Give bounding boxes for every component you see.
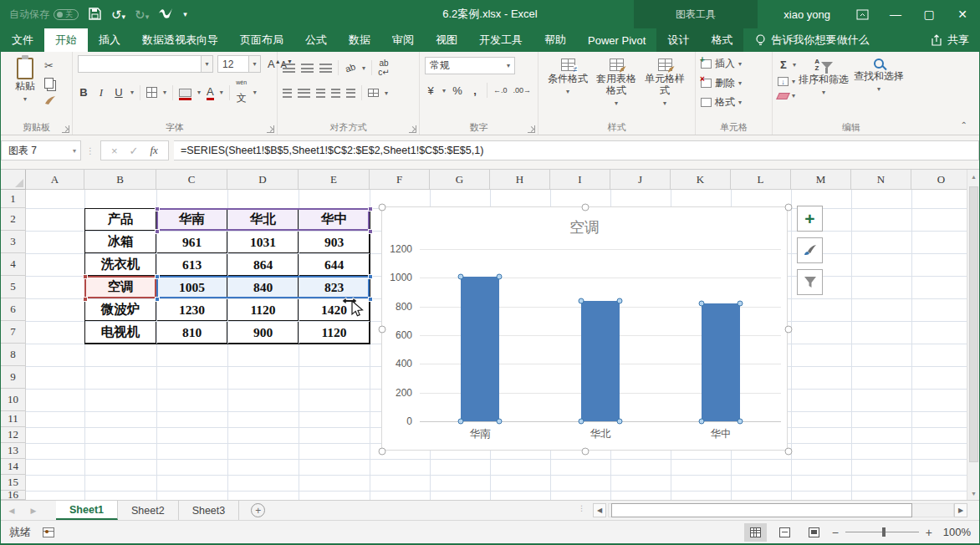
scroll-up-icon[interactable]: ▲ xyxy=(967,170,980,183)
vertical-scrollbar[interactable]: ▲ ▼ xyxy=(967,170,979,500)
chart-selection-handle[interactable] xyxy=(379,326,386,334)
menu-tab-帮助[interactable]: 帮助 xyxy=(533,28,577,52)
table-cell[interactable]: 1031 xyxy=(228,232,299,253)
table-cell[interactable]: 电视机 xyxy=(85,322,156,344)
chart-selection-handle[interactable] xyxy=(785,326,793,334)
column-header-G[interactable]: G xyxy=(430,170,490,190)
chart-selection-handle[interactable] xyxy=(379,448,386,456)
sheet-nav-left-icon[interactable]: ◀ xyxy=(1,501,23,520)
column-header-H[interactable]: H xyxy=(490,170,550,190)
column-header-D[interactable]: D xyxy=(227,170,299,190)
italic-button[interactable]: I xyxy=(95,86,107,99)
table-cell[interactable]: 洗衣机 xyxy=(85,254,156,276)
chart-selection-handle[interactable] xyxy=(582,204,590,211)
increase-decimal-icon[interactable]: ←.0 xyxy=(493,86,508,94)
chart-object[interactable]: 空调 020040060080010001200华南华北华中 xyxy=(381,206,788,451)
sort-filter-button[interactable]: AZ 排序和筛选▾ xyxy=(796,55,851,96)
table-header-cell[interactable]: 产品 xyxy=(85,209,156,231)
insert-function-icon[interactable]: fx xyxy=(151,144,158,157)
close-button[interactable]: ✕ xyxy=(946,0,979,28)
name-box[interactable]: 图表 7 ▾ xyxy=(1,140,81,160)
cancel-formula-icon[interactable]: × xyxy=(111,145,118,157)
row-header-8[interactable]: 8 xyxy=(1,344,26,366)
chart-bar-华南[interactable] xyxy=(461,277,499,421)
table-cell[interactable]: 840 xyxy=(228,277,299,298)
tabbar-splitter[interactable]: ⋮ xyxy=(578,504,585,512)
row-header-4[interactable]: 4 xyxy=(1,253,26,276)
chart-bar-华北[interactable] xyxy=(581,301,620,421)
decrease-indent-icon[interactable] xyxy=(331,89,340,98)
increase-indent-icon[interactable] xyxy=(346,89,355,98)
row-header-7[interactable]: 7 xyxy=(1,321,26,344)
fill-color-icon[interactable] xyxy=(179,89,191,97)
table-cell[interactable]: 微波炉 xyxy=(85,299,156,321)
chart-filters-button[interactable] xyxy=(797,269,823,295)
menu-tab-文件[interactable]: 文件 xyxy=(1,28,44,52)
column-header-E[interactable]: E xyxy=(299,170,370,190)
table-cell[interactable]: 1120 xyxy=(228,299,299,321)
percent-style-icon[interactable]: % xyxy=(452,84,463,97)
menu-tab-开发工具[interactable]: 开发工具 xyxy=(468,28,533,52)
row-header-16[interactable]: 16 xyxy=(1,491,26,500)
ribbon-display-options-icon[interactable] xyxy=(845,0,879,28)
name-box-dropdown[interactable]: ▾ xyxy=(73,147,76,155)
row-header-9[interactable]: 9 xyxy=(1,366,26,389)
number-format-select[interactable]: 常规▾ xyxy=(425,57,515,74)
bold-button[interactable]: B xyxy=(78,86,89,99)
merge-center-icon[interactable] xyxy=(368,89,379,97)
table-cell[interactable]: 823 xyxy=(299,277,370,298)
format-painter-icon[interactable] xyxy=(44,95,56,107)
normal-view-button[interactable] xyxy=(744,523,767,542)
contextual-tab-设计[interactable]: 设计 xyxy=(656,28,700,52)
menu-tab-页面布局[interactable]: 页面布局 xyxy=(229,28,294,52)
tell-me-box[interactable]: 告诉我你想要做什么 xyxy=(743,28,880,52)
zoom-level[interactable]: 100% xyxy=(939,526,971,538)
autosave-toggle[interactable]: 自动保存 关 xyxy=(9,8,79,22)
find-select-button[interactable]: 查找和选择▾ xyxy=(851,55,906,93)
new-sheet-button[interactable]: + xyxy=(251,503,265,517)
column-header-B[interactable]: B xyxy=(84,170,156,190)
formula-input[interactable]: =SERIES(Sheet1!$B$5,Sheet1!$C$2:$E$2,She… xyxy=(174,140,979,160)
customize-qat-icon[interactable]: ▾ xyxy=(183,11,187,18)
table-header-cell[interactable]: 华北 xyxy=(228,209,299,231)
font-dialog-launcher[interactable] xyxy=(267,125,274,133)
decrease-decimal-icon[interactable]: .00→ xyxy=(513,86,532,94)
sheet-tab-Sheet2[interactable]: Sheet2 xyxy=(118,501,179,520)
align-center-icon[interactable] xyxy=(298,89,310,98)
row-header-12[interactable]: 12 xyxy=(1,427,26,443)
table-cell[interactable]: 1005 xyxy=(157,277,227,298)
conditional-formatting-button[interactable]: 条件格式▾ xyxy=(544,55,592,95)
row-header-5[interactable]: 5 xyxy=(1,276,26,298)
row-header-10[interactable]: 10 xyxy=(1,389,26,411)
autosum-button[interactable]: Σ▾ xyxy=(778,59,796,71)
table-cell[interactable]: 1120 xyxy=(299,322,370,344)
page-layout-view-button[interactable] xyxy=(773,523,796,542)
chart-elements-button[interactable]: + xyxy=(797,206,823,232)
orientation-icon[interactable]: ab xyxy=(343,61,357,74)
undo-icon[interactable]: ↺▾ xyxy=(111,8,125,21)
column-header-K[interactable]: K xyxy=(671,170,731,190)
table-cell[interactable]: 644 xyxy=(299,254,370,276)
table-header-cell[interactable]: 华中 xyxy=(299,209,370,231)
row-header-11[interactable]: 11 xyxy=(1,411,26,427)
fill-button[interactable]: ↓▾ xyxy=(778,77,796,86)
menu-tab-视图[interactable]: 视图 xyxy=(425,28,468,52)
clear-button[interactable]: ▾ xyxy=(778,92,796,99)
underline-button[interactable]: U xyxy=(113,86,125,99)
table-cell[interactable]: 1420 xyxy=(299,299,370,321)
contextual-tab-格式[interactable]: 格式 xyxy=(700,28,743,52)
chart-styles-button[interactable] xyxy=(797,237,823,263)
align-right-icon[interactable] xyxy=(316,89,325,98)
zoom-in-button[interactable]: + xyxy=(926,526,932,539)
menu-tab-数据[interactable]: 数据 xyxy=(338,28,381,52)
column-header-L[interactable]: L xyxy=(731,170,791,190)
alignment-dialog-launcher[interactable] xyxy=(409,125,416,133)
table-cell[interactable]: 613 xyxy=(157,254,227,276)
column-header-C[interactable]: C xyxy=(156,170,227,190)
row-header-13[interactable]: 13 xyxy=(1,443,26,459)
number-dialog-launcher[interactable] xyxy=(528,125,535,133)
table-cell[interactable]: 900 xyxy=(228,322,299,344)
accounting-format-icon[interactable]: ¥ xyxy=(425,84,436,97)
chart-title[interactable]: 空调 xyxy=(382,217,787,237)
column-header-I[interactable]: I xyxy=(550,170,610,190)
